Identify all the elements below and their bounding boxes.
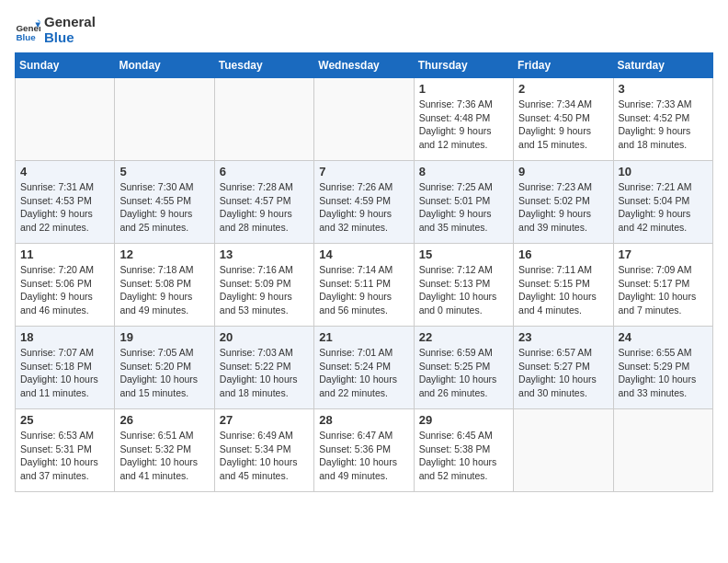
svg-text:Blue: Blue [16,32,36,42]
day-number: 22 [419,330,508,344]
day-number: 18 [20,330,109,344]
day-info: Sunrise: 7:14 AMSunset: 5:11 PMDaylight:… [319,263,408,317]
calendar-cell: 24Sunrise: 6:55 AMSunset: 5:29 PMDayligh… [613,327,712,409]
weekday-header-monday: Monday [115,53,214,78]
weekday-header-wednesday: Wednesday [314,53,414,78]
day-number: 26 [119,413,209,427]
day-info: Sunrise: 7:16 AMSunset: 5:09 PMDaylight:… [220,263,309,317]
day-info: Sunrise: 7:18 AMSunset: 5:08 PMDaylight:… [119,263,209,317]
calendar-cell: 12Sunrise: 7:18 AMSunset: 5:08 PMDayligh… [115,244,214,327]
calendar-cell: 29Sunrise: 6:45 AMSunset: 5:38 PMDayligh… [414,409,513,492]
calendar-week-row: 25Sunrise: 6:53 AMSunset: 5:31 PMDayligh… [16,409,713,492]
day-number: 17 [619,247,708,261]
day-info: Sunrise: 7:34 AMSunset: 4:50 PMDaylight:… [518,98,608,152]
day-info: Sunrise: 7:31 AMSunset: 4:53 PMDaylight:… [20,180,109,235]
day-info: Sunrise: 7:26 AMSunset: 4:59 PMDaylight:… [319,180,408,235]
calendar-cell: 25Sunrise: 6:53 AMSunset: 5:31 PMDayligh… [16,409,115,492]
day-number: 2 [518,82,608,96]
day-number: 8 [419,165,508,178]
day-info: Sunrise: 6:57 AMSunset: 5:27 PMDaylight:… [518,346,608,400]
day-info: Sunrise: 6:51 AMSunset: 5:32 PMDaylight:… [119,429,209,483]
calendar-cell: 27Sunrise: 6:49 AMSunset: 5:34 PMDayligh… [214,409,313,492]
calendar-cell: 19Sunrise: 7:05 AMSunset: 5:20 PMDayligh… [115,327,214,409]
calendar-week-row: 18Sunrise: 7:07 AMSunset: 5:18 PMDayligh… [16,327,713,409]
calendar-week-row: 1Sunrise: 7:36 AMSunset: 4:48 PMDaylight… [16,78,713,161]
calendar-cell: 1Sunrise: 7:36 AMSunset: 4:48 PMDaylight… [414,78,513,161]
day-info: Sunrise: 7:21 AMSunset: 5:04 PMDaylight:… [619,180,708,235]
calendar-cell: 14Sunrise: 7:14 AMSunset: 5:11 PMDayligh… [314,244,414,327]
calendar-cell: 28Sunrise: 6:47 AMSunset: 5:36 PMDayligh… [314,409,414,492]
calendar-cell: 21Sunrise: 7:01 AMSunset: 5:24 PMDayligh… [314,327,414,409]
day-info: Sunrise: 7:07 AMSunset: 5:18 PMDaylight:… [20,346,109,400]
weekday-header-tuesday: Tuesday [214,53,313,78]
day-number: 9 [518,165,608,178]
calendar-cell [613,409,712,492]
calendar-cell: 4Sunrise: 7:31 AMSunset: 4:53 PMDaylight… [16,161,115,244]
page-header: General Blue General Blue [15,15,713,45]
day-info: Sunrise: 6:53 AMSunset: 5:31 PMDaylight:… [20,429,109,483]
day-number: 3 [619,82,708,96]
day-number: 25 [20,413,109,427]
day-number: 23 [518,330,608,344]
logo-icon: General Blue [15,17,40,43]
calendar-cell: 22Sunrise: 6:59 AMSunset: 5:25 PMDayligh… [414,327,513,409]
calendar-cell: 11Sunrise: 7:20 AMSunset: 5:06 PMDayligh… [16,244,115,327]
calendar-cell: 7Sunrise: 7:26 AMSunset: 4:59 PMDaylight… [314,161,414,244]
day-info: Sunrise: 7:01 AMSunset: 5:24 PMDaylight:… [319,346,408,400]
day-info: Sunrise: 7:11 AMSunset: 5:15 PMDaylight:… [518,263,608,317]
day-info: Sunrise: 7:20 AMSunset: 5:06 PMDaylight:… [20,263,109,317]
day-number: 24 [619,330,708,344]
day-number: 28 [319,413,408,427]
calendar-cell [314,78,414,161]
day-number: 5 [119,165,209,178]
calendar-week-row: 4Sunrise: 7:31 AMSunset: 4:53 PMDaylight… [16,161,713,244]
day-info: Sunrise: 7:23 AMSunset: 5:02 PMDaylight:… [518,180,608,235]
day-info: Sunrise: 7:03 AMSunset: 5:22 PMDaylight:… [220,346,309,400]
day-info: Sunrise: 7:25 AMSunset: 5:01 PMDaylight:… [419,180,508,235]
calendar-cell: 6Sunrise: 7:28 AMSunset: 4:57 PMDaylight… [214,161,313,244]
calendar-cell: 5Sunrise: 7:30 AMSunset: 4:55 PMDaylight… [115,161,214,244]
calendar-cell: 9Sunrise: 7:23 AMSunset: 5:02 PMDaylight… [514,161,613,244]
day-info: Sunrise: 7:09 AMSunset: 5:17 PMDaylight:… [619,263,708,317]
calendar-cell [214,78,313,161]
calendar-cell: 20Sunrise: 7:03 AMSunset: 5:22 PMDayligh… [214,327,313,409]
calendar-cell [514,409,613,492]
day-number: 6 [220,165,309,178]
day-number: 27 [220,413,309,427]
day-number: 10 [619,165,708,178]
day-number: 14 [319,247,408,261]
calendar-week-row: 11Sunrise: 7:20 AMSunset: 5:06 PMDayligh… [16,244,713,327]
logo-blue-text: Blue [44,30,96,46]
weekday-header-saturday: Saturday [613,53,712,78]
day-info: Sunrise: 6:59 AMSunset: 5:25 PMDaylight:… [419,346,508,400]
calendar-cell: 23Sunrise: 6:57 AMSunset: 5:27 PMDayligh… [514,327,613,409]
calendar-header-row: SundayMondayTuesdayWednesdayThursdayFrid… [16,53,713,78]
day-info: Sunrise: 6:45 AMSunset: 5:38 PMDaylight:… [419,429,508,483]
day-number: 11 [20,247,109,261]
day-number: 21 [319,330,408,344]
calendar-cell [115,78,214,161]
day-info: Sunrise: 6:47 AMSunset: 5:36 PMDaylight:… [319,429,408,483]
calendar-cell: 3Sunrise: 7:33 AMSunset: 4:52 PMDaylight… [613,78,712,161]
day-info: Sunrise: 7:12 AMSunset: 5:13 PMDaylight:… [419,263,508,317]
day-info: Sunrise: 7:33 AMSunset: 4:52 PMDaylight:… [619,98,708,152]
day-number: 29 [419,413,508,427]
calendar-cell: 13Sunrise: 7:16 AMSunset: 5:09 PMDayligh… [214,244,313,327]
day-number: 4 [20,165,109,178]
calendar-cell: 17Sunrise: 7:09 AMSunset: 5:17 PMDayligh… [613,244,712,327]
day-number: 7 [319,165,408,178]
calendar-cell: 16Sunrise: 7:11 AMSunset: 5:15 PMDayligh… [514,244,613,327]
day-info: Sunrise: 7:05 AMSunset: 5:20 PMDaylight:… [119,346,209,400]
day-number: 16 [518,247,608,261]
day-number: 13 [220,247,309,261]
calendar-cell: 2Sunrise: 7:34 AMSunset: 4:50 PMDaylight… [514,78,613,161]
day-number: 19 [119,330,209,344]
day-info: Sunrise: 7:30 AMSunset: 4:55 PMDaylight:… [119,180,209,235]
calendar-cell: 26Sunrise: 6:51 AMSunset: 5:32 PMDayligh… [115,409,214,492]
weekday-header-sunday: Sunday [16,53,115,78]
calendar-cell: 18Sunrise: 7:07 AMSunset: 5:18 PMDayligh… [16,327,115,409]
day-number: 1 [419,82,508,96]
day-number: 15 [419,247,508,261]
calendar-cell [16,78,115,161]
day-info: Sunrise: 7:28 AMSunset: 4:57 PMDaylight:… [220,180,309,235]
